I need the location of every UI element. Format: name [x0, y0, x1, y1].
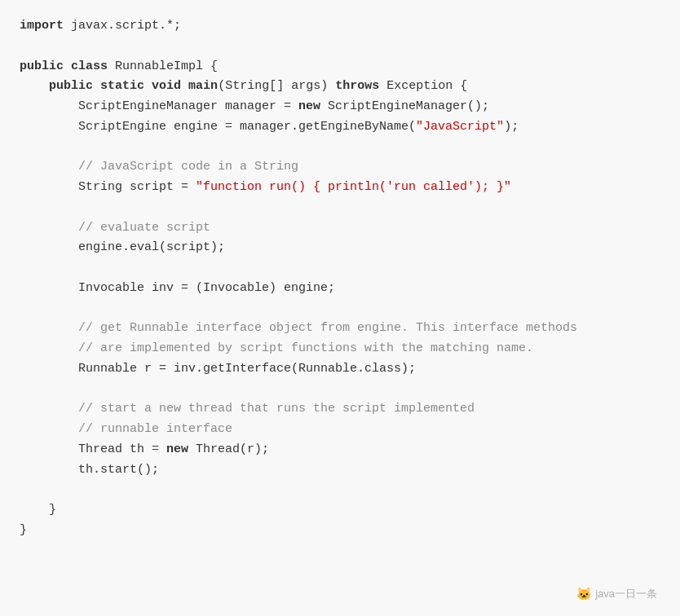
normal-token: );: [504, 120, 519, 134]
comment-token: // are implemented by script functions w…: [20, 341, 533, 355]
code-line: // are implemented by script functions w…: [20, 339, 660, 359]
comment-token: // JavaScript code in a String: [20, 160, 298, 174]
comment-token: // runnable interface: [20, 422, 232, 436]
normal-token: ScriptEngineManager manager =: [20, 99, 298, 113]
normal-token: th.start();: [20, 463, 159, 477]
keyword-token: public: [20, 59, 64, 73]
code-line: th.start();: [20, 460, 660, 481]
code-block: import javax.script.*; public class Runn…: [20, 16, 660, 541]
code-container: import javax.script.*; public class Runn…: [0, 0, 680, 616]
code-line: [20, 198, 660, 218]
keyword-token: public: [49, 79, 93, 93]
code-line: [20, 37, 660, 57]
normal-token: engine.eval(script);: [20, 240, 225, 254]
code-line: // JavaScript code in a String: [20, 157, 660, 178]
code-line: ScriptEngine engine = manager.getEngineB…: [20, 117, 660, 138]
normal-token: Invocable inv = (Invocable) engine;: [20, 281, 335, 295]
code-line: Invocable inv = (Invocable) engine;: [20, 279, 660, 299]
code-line: [20, 138, 660, 158]
code-line: Runnable r = inv.getInterface(Runnable.c…: [20, 359, 660, 380]
code-line: // runnable interface: [20, 420, 660, 440]
comment-token: // get Runnable interface object from en…: [20, 321, 577, 335]
code-line: [20, 299, 660, 319]
code-line: public static void main(String[] args) t…: [20, 77, 660, 97]
code-line: String script = "function run() { printl…: [20, 178, 660, 198]
keyword-token: throws: [335, 79, 379, 93]
normal-token: }: [20, 523, 27, 537]
normal-token: [181, 79, 188, 93]
code-line: import javax.script.*;: [20, 16, 660, 37]
normal-token: Thread th =: [20, 442, 166, 456]
code-line: // evaluate script: [20, 218, 660, 239]
watermark: 🐱 java一日一条: [576, 587, 657, 601]
code-line: [20, 258, 660, 279]
string-token: "function run() { println('run called');…: [196, 180, 511, 194]
comment-token: // evaluate script: [20, 221, 210, 235]
keyword-token: class: [71, 59, 108, 73]
normal-token: Runnable r = inv.getInterface(Runnable.c…: [20, 362, 416, 376]
keyword-token: static: [100, 79, 144, 93]
code-line: [20, 380, 660, 400]
watermark-icon: 🐱: [576, 587, 592, 601]
normal-token: (String[] args): [218, 79, 335, 93]
normal-token: }: [20, 503, 56, 517]
normal-token: String script =: [20, 180, 196, 194]
code-line: [20, 480, 660, 500]
normal-token: Thread(r);: [188, 442, 269, 456]
normal-token: javax.script.*;: [64, 19, 181, 33]
keyword-token: new: [298, 99, 320, 113]
code-line: Thread th = new Thread(r);: [20, 440, 660, 460]
normal-token: ScriptEngine engine = manager.getEngineB…: [20, 120, 416, 134]
normal-token: [64, 59, 71, 73]
comment-token: // start a new thread that runs the scri…: [20, 402, 475, 416]
keyword-token: new: [166, 442, 188, 456]
keyword-token: void: [152, 79, 181, 93]
keyword-token: import: [20, 19, 64, 33]
normal-token: Exception {: [379, 79, 467, 93]
code-line: ScriptEngineManager manager = new Script…: [20, 97, 660, 117]
normal-token: [144, 79, 152, 93]
watermark-text: java一日一条: [595, 587, 657, 601]
keyword-token: main: [188, 79, 218, 93]
code-line: engine.eval(script);: [20, 238, 660, 258]
code-line: // start a new thread that runs the scri…: [20, 399, 660, 420]
code-line: public class RunnableImpl {: [20, 57, 660, 77]
normal-token: ScriptEngineManager();: [320, 99, 489, 113]
code-line: // get Runnable interface object from en…: [20, 319, 660, 339]
normal-token: [93, 79, 100, 93]
normal-token: RunnableImpl {: [108, 59, 218, 73]
code-line: }: [20, 521, 660, 541]
normal-token: [20, 79, 49, 93]
string-token: "JavaScript": [416, 120, 504, 134]
code-line: }: [20, 500, 660, 521]
